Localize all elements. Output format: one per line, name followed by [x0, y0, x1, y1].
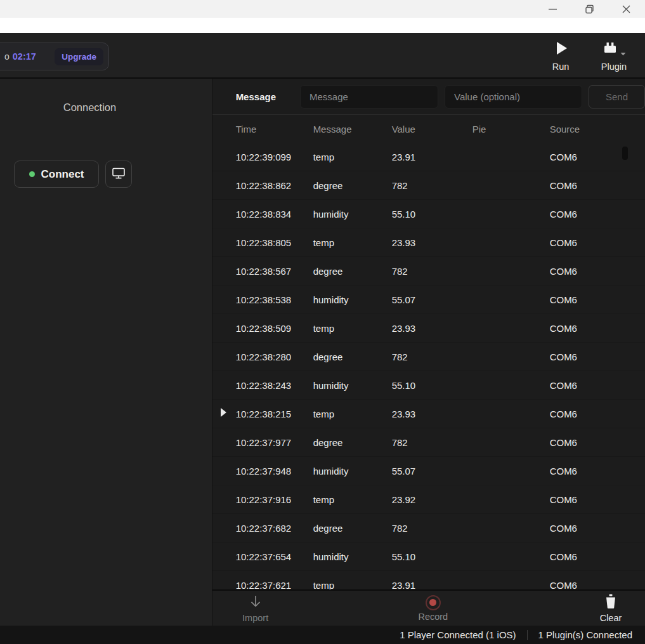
table-row[interactable]: 10:22:38:509 temp 23.93 COM6 [212, 314, 645, 343]
connect-button[interactable]: Connect [14, 161, 99, 188]
cell-time: 10:22:38:834 [236, 209, 313, 220]
cell-message: humidity [313, 294, 392, 305]
cell-message: temp [313, 409, 392, 419]
cell-time: 10:22:38:509 [236, 323, 313, 334]
cell-value: 55.07 [392, 466, 472, 476]
table-row[interactable]: 10:22:38:215 temp 23.93 COM6 [212, 400, 645, 428]
close-icon[interactable] [617, 0, 635, 18]
table-row[interactable]: 10:22:37:916 temp 23.92 COM6 [212, 485, 645, 514]
send-bar: Message Send [212, 79, 645, 115]
cell-value: 782 [392, 523, 472, 534]
cell-source: COM6 [550, 380, 645, 391]
run-label: Run [552, 62, 570, 72]
menu-strip [0, 18, 645, 33]
send-button[interactable]: Send [589, 85, 645, 108]
table-row[interactable]: 10:22:38:280 degree 782 COM6 [212, 343, 645, 371]
cell-source: COM6 [550, 437, 645, 448]
clear-button[interactable]: Clear [590, 593, 631, 623]
cell-source: COM6 [550, 152, 645, 162]
table-row[interactable]: 10:22:38:243 humidity 55.10 COM6 [212, 371, 645, 400]
cell-time: 10:22:38:862 [236, 180, 313, 191]
record-button[interactable]: Record [413, 595, 453, 622]
cell-value: 55.10 [392, 380, 472, 391]
cell-source: COM6 [550, 323, 645, 334]
plugin-button[interactable]: Plugin [596, 40, 632, 72]
trial-prefix: o [4, 51, 10, 62]
table-row[interactable]: 10:22:37:948 humidity 55.07 COM6 [212, 457, 645, 485]
green-dot-icon [29, 171, 35, 177]
minimize-icon[interactable] [544, 0, 561, 18]
restore-icon[interactable] [580, 0, 598, 18]
run-button[interactable]: Run [542, 40, 579, 72]
cell-message: degree [313, 352, 392, 362]
cell-message: temp [313, 237, 392, 248]
col-header-pie: Pie [472, 124, 550, 135]
message-table: 10:22:39:099 temp 23.91 COM6 10:22:38:86… [212, 143, 645, 589]
message-input[interactable] [300, 85, 438, 108]
serial-monitor-button[interactable] [105, 161, 132, 188]
table-row[interactable]: 10:22:38:567 degree 782 COM6 [212, 257, 645, 286]
scrollbar-thumb[interactable] [622, 147, 628, 160]
message-label: Message [236, 91, 276, 102]
chevron-down-icon [620, 48, 626, 59]
cell-source: COM6 [550, 266, 645, 277]
record-label: Record [418, 612, 448, 622]
table-row[interactable]: 10:22:39:099 temp 23.91 COM6 [212, 143, 645, 171]
table-row[interactable]: 10:22:37:621 temp 23.91 COM6 [212, 571, 645, 589]
table-row[interactable]: 10:22:37:654 humidity 55.10 COM6 [212, 542, 645, 571]
cell-time: 10:22:37:682 [236, 523, 313, 534]
table-row[interactable]: 10:22:37:682 degree 782 COM6 [212, 514, 645, 542]
play-cursor-icon [221, 408, 226, 417]
cell-message: temp [313, 494, 392, 505]
trash-icon [604, 593, 618, 612]
cell-time: 10:22:37:916 [236, 494, 313, 505]
bottom-toolbar: Import Record Clear [212, 589, 645, 626]
table-row[interactable]: 10:22:38:834 humidity 55.10 COM6 [212, 200, 645, 228]
cell-source: COM6 [550, 580, 645, 590]
import-label: Import [242, 613, 268, 623]
players-connected-status: 1 Player Connected (1 iOS) [400, 629, 516, 640]
cell-time: 10:22:37:621 [236, 580, 313, 590]
col-header-message: Message [313, 124, 392, 135]
table-row[interactable]: 10:22:38:862 degree 782 COM6 [212, 171, 645, 200]
app-window: o 02:17 Upgrade Run [0, 0, 645, 644]
table-row[interactable]: 10:22:38:805 temp 23.93 COM6 [212, 228, 645, 257]
status-divider [527, 630, 528, 640]
table-row[interactable]: 10:22:37:977 degree 782 COM6 [212, 428, 645, 457]
col-header-time: Time [236, 124, 313, 135]
clear-label: Clear [600, 613, 622, 623]
cell-source: COM6 [550, 523, 645, 534]
value-input[interactable] [445, 85, 582, 108]
import-button[interactable]: Import [235, 594, 276, 623]
cell-source: COM6 [550, 551, 645, 562]
plugin-label: Plugin [601, 62, 627, 72]
cell-message: degree [313, 523, 392, 534]
cell-message: humidity [313, 380, 392, 391]
upgrade-button[interactable]: Upgrade [55, 48, 103, 65]
table-row[interactable]: 10:22:38:538 humidity 55.07 COM6 [212, 286, 645, 314]
cell-value: 23.93 [392, 323, 472, 334]
cell-time: 10:22:37:948 [236, 466, 313, 476]
cell-value: 782 [392, 180, 472, 191]
cell-value: 782 [392, 437, 472, 448]
plugins-connected-status: 1 Plugin(s) Connected [538, 629, 632, 640]
cell-time: 10:22:38:215 [236, 409, 313, 419]
titlebar [0, 0, 645, 18]
connect-label: Connect [41, 168, 84, 181]
status-bar: 1 Player Connected (1 iOS) 1 Plugin(s) C… [0, 626, 645, 644]
table-header: Time Message Value Pie Source [212, 115, 645, 143]
col-header-value: Value [392, 124, 472, 135]
trial-timer: 02:17 [13, 51, 36, 62]
cell-value: 55.10 [392, 209, 472, 220]
cell-source: COM6 [550, 466, 645, 476]
sidebar-title: Connection [0, 102, 179, 114]
cell-value: 55.07 [392, 294, 472, 305]
play-icon [552, 40, 569, 59]
cell-source: COM6 [550, 180, 645, 191]
cell-message: humidity [313, 466, 392, 476]
monitor-icon [112, 167, 126, 181]
cell-time: 10:22:38:805 [236, 237, 313, 248]
cell-value: 23.91 [392, 580, 472, 590]
cell-message: degree [313, 180, 392, 191]
cell-value: 782 [392, 266, 472, 277]
